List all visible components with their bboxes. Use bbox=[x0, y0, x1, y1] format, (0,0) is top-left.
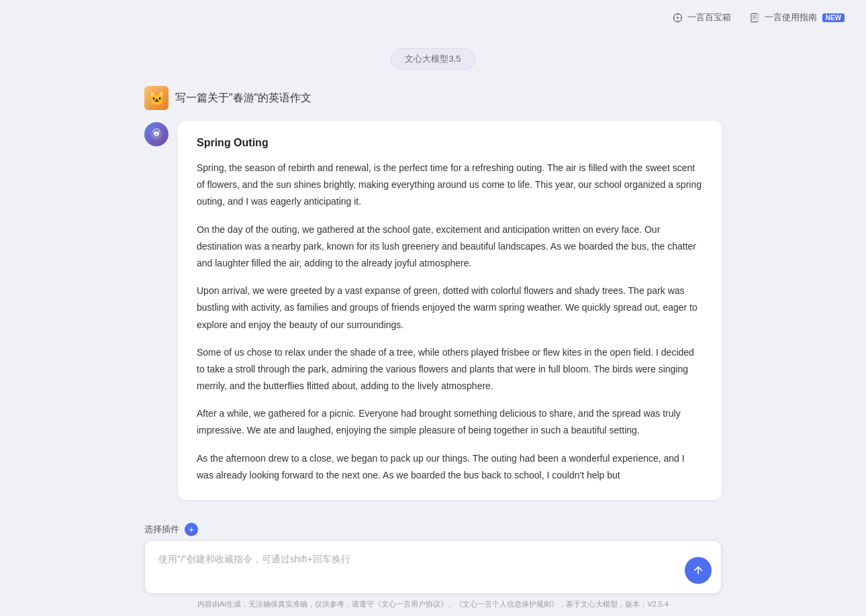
main-content: 文心大模型3.5 🐱 写一篇关于"春游"的英语作文 bbox=[0, 35, 866, 616]
svg-point-1 bbox=[677, 17, 679, 19]
essay-paragraph-2: On the day of the outing, we gathered at… bbox=[197, 221, 703, 272]
essay-scroll-area: Spring Outing Spring, the season of rebi… bbox=[197, 137, 703, 484]
essay-paragraph-6: As the afternoon drew to a close, we beg… bbox=[197, 450, 703, 484]
input-box: 使用"/"创建和收藏指令，可通过shift+回车换行 bbox=[144, 540, 722, 594]
guide-label: 一言百宝箱 bbox=[687, 11, 731, 23]
model-badge: 文心大模型3.5 bbox=[391, 48, 475, 70]
book-icon bbox=[750, 12, 761, 23]
user-avatar: 🐱 bbox=[144, 86, 169, 110]
chat-container: 🐱 写一篇关于"春游"的英语作文 Spring Outing bbox=[144, 86, 722, 500]
ai-content: Spring Outing Spring, the season of rebi… bbox=[178, 121, 722, 500]
usage-label: 一言使用指南 bbox=[765, 11, 817, 23]
avatar-emoji: 🐱 bbox=[148, 90, 165, 106]
compass-icon bbox=[673, 12, 683, 23]
plugin-add-button[interactable]: + bbox=[185, 523, 198, 536]
essay-paragraph-5: After a while, we gathered for a picnic.… bbox=[197, 405, 703, 439]
plugin-label: 选择插件 bbox=[144, 523, 179, 535]
new-badge: NEW bbox=[822, 13, 845, 22]
send-button[interactable] bbox=[685, 557, 712, 584]
usage-nav-item[interactable]: 一言使用指南 NEW bbox=[750, 11, 845, 23]
input-placeholder[interactable]: 使用"/"创建和收藏指令，可通过shift+回车换行 bbox=[158, 552, 681, 566]
ai-avatar bbox=[144, 122, 169, 146]
essay-title: Spring Outing bbox=[197, 137, 703, 149]
essay-paragraph-1: Spring, the season of rebirth and renewa… bbox=[197, 160, 703, 211]
input-area: 选择插件 + 使用"/"创建和收藏指令，可通过shift+回车换行 内容由AI生… bbox=[0, 523, 866, 616]
essay-paragraph-3: Upon arrival, we were greeted by a vast … bbox=[197, 283, 703, 333]
user-message: 🐱 写一篇关于"春游"的英语作文 bbox=[144, 86, 722, 110]
svg-point-15 bbox=[156, 134, 157, 135]
guide-nav-item[interactable]: 一言百宝箱 bbox=[673, 11, 731, 23]
plugin-bar: 选择插件 + bbox=[144, 523, 722, 536]
ai-response: Spring Outing Spring, the season of rebi… bbox=[144, 121, 722, 500]
svg-rect-10 bbox=[757, 13, 759, 21]
user-text: 写一篇关于"春游"的英语作文 bbox=[175, 91, 311, 105]
top-navigation: 一言百宝箱 一言使用指南 NEW bbox=[0, 0, 866, 35]
essay-paragraph-4: Some of us chose to relax under the shad… bbox=[197, 344, 703, 395]
footer-disclaimer: 内容由AI生成，无法确保真实准确，仅供参考，请遵守《文心一言用户协议》、《文心一… bbox=[0, 594, 866, 616]
input-container: 选择插件 + 使用"/"创建和收藏指令，可通过shift+回车换行 bbox=[144, 523, 722, 594]
